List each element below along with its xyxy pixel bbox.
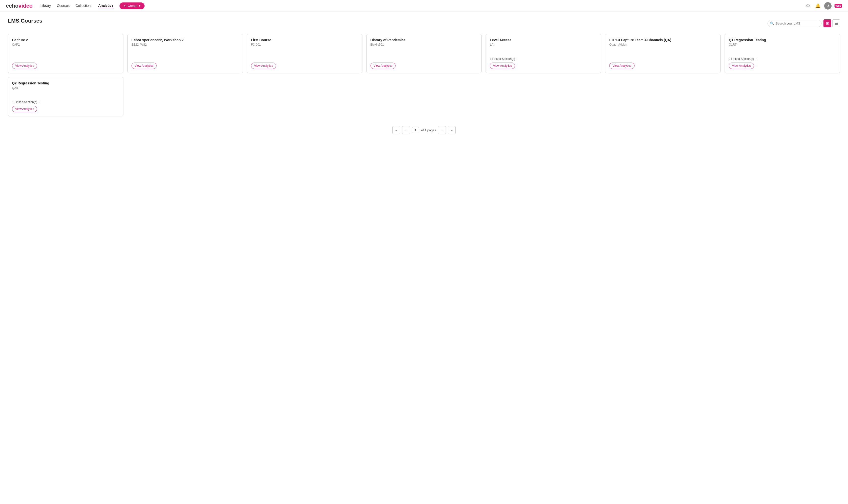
course-card: EchoExperience22, Workshop 2EE22_WS2View… — [127, 34, 243, 73]
course-code: FC-001 — [251, 43, 358, 47]
view-toggle: ⊞ ☰ — [824, 19, 840, 27]
avatar[interactable]: U — [824, 2, 832, 10]
courses-grid: Capture 2CAP2View AnalyticsEchoExperienc… — [8, 34, 840, 116]
course-card: LTI 1.3 Capture Team 4 Channels (QA)Quad… — [605, 34, 721, 73]
navbar: echovideo LibraryCoursesCollectionsAnaly… — [0, 0, 848, 12]
view-analytics-button[interactable]: View Analytics — [131, 62, 157, 69]
view-analytics-button[interactable]: View Analytics — [490, 62, 515, 69]
prev-page-button[interactable]: ‹ — [402, 126, 410, 134]
course-card: Level AccessLA1 Linked Section(s) →View … — [486, 34, 601, 73]
current-page: 1 — [412, 127, 419, 133]
course-name: EchoExperience22, Workshop 2 — [131, 38, 239, 42]
course-name: Q2 Regression Testing — [12, 81, 119, 85]
course-name: Capture 2 — [12, 38, 119, 42]
course-name: Level Access — [490, 38, 597, 42]
search-input[interactable] — [768, 20, 822, 27]
linked-sections[interactable]: 1 Linked Section(s) → — [490, 57, 597, 60]
view-analytics-button[interactable]: View Analytics — [12, 62, 37, 69]
course-code: QuadraVision — [609, 43, 717, 47]
settings-icon[interactable]: ⚙ — [805, 2, 811, 9]
echo-badge: echo — [834, 4, 842, 7]
course-card: Q2 Regression TestingQ2RT1 Linked Sectio… — [8, 77, 123, 116]
nav-link-courses[interactable]: Courses — [57, 4, 70, 8]
bell-icon[interactable]: 🔔 — [814, 2, 821, 9]
last-page-button[interactable]: » — [448, 126, 456, 134]
create-dropdown-icon: ▾ — [139, 4, 141, 7]
pagination: « ‹ 1 of 1 pages › » — [8, 116, 840, 140]
course-name: LTI 1.3 Capture Team 4 Channels (QA) — [609, 38, 717, 42]
main-content: LMS Courses 🔍 ⊞ ☰ Capture 2CAP2View Anal… — [0, 12, 848, 146]
page-title: LMS Courses — [8, 18, 42, 24]
logo-echo: echo — [6, 3, 18, 9]
first-page-button[interactable]: « — [392, 126, 400, 134]
course-card: Q1 Regression TestingQ1RT2 Linked Sectio… — [725, 34, 840, 73]
nav-link-collections[interactable]: Collections — [76, 4, 92, 8]
create-spark-icon: ✦ — [123, 4, 126, 8]
course-code: LA — [490, 43, 597, 47]
course-card: History of PandemicsBioHis501View Analyt… — [366, 34, 482, 73]
grid-view-button[interactable]: ⊞ — [824, 19, 831, 27]
course-code: Q2RT — [12, 86, 119, 90]
search-icon: 🔍 — [770, 21, 774, 25]
course-name: Q1 Regression Testing — [729, 38, 836, 42]
course-code: CAP2 — [12, 43, 119, 47]
course-code: Q1RT — [729, 43, 836, 47]
logo-video: video — [18, 3, 32, 9]
view-analytics-button[interactable]: View Analytics — [251, 62, 276, 69]
logo[interactable]: echovideo — [6, 3, 33, 9]
course-name: First Course — [251, 38, 358, 42]
course-code: BioHis501 — [371, 43, 478, 47]
linked-sections[interactable]: 1 Linked Section(s) → — [12, 100, 119, 104]
view-analytics-button[interactable]: View Analytics — [729, 62, 754, 69]
course-card: First CourseFC-001View Analytics — [247, 34, 362, 73]
nav-right: ⚙ 🔔 U echo — [805, 2, 842, 10]
linked-sections[interactable]: 2 Linked Section(s) → — [729, 57, 836, 60]
next-page-button[interactable]: › — [438, 126, 446, 134]
nav-links: LibraryCoursesCollectionsAnalytics✦Creat… — [40, 2, 805, 9]
view-analytics-button[interactable]: View Analytics — [371, 62, 396, 69]
create-button[interactable]: ✦Create▾ — [120, 2, 145, 9]
view-analytics-button[interactable]: View Analytics — [12, 106, 37, 112]
view-analytics-button[interactable]: View Analytics — [609, 62, 634, 69]
search-wrapper: 🔍 — [768, 20, 822, 27]
course-card: Capture 2CAP2View Analytics — [8, 34, 123, 73]
list-view-button[interactable]: ☰ — [832, 19, 840, 27]
nav-link-analytics[interactable]: Analytics — [98, 3, 113, 8]
nav-link-library[interactable]: Library — [40, 4, 51, 8]
page-total: of 1 pages — [421, 128, 436, 132]
create-label: Create — [128, 4, 138, 7]
course-code: EE22_WS2 — [131, 43, 239, 47]
course-name: History of Pandemics — [371, 38, 478, 42]
